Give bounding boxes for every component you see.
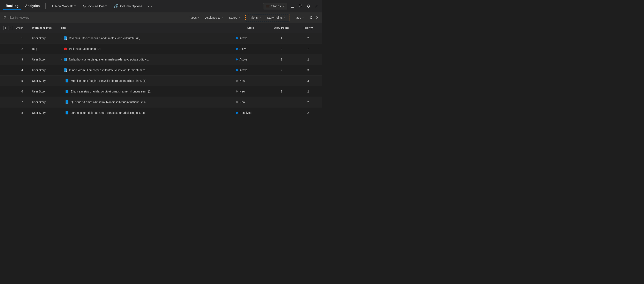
td-priority-2: 2 <box>296 58 320 61</box>
tab-backlog[interactable]: Backlog <box>3 2 21 10</box>
stories-dropdown-button[interactable]: Stories ∨ <box>263 3 288 9</box>
td-type-4: User Story <box>30 79 59 82</box>
table-row[interactable]: 3 User Story › 📘 Nulla rhoncus turpis qu… <box>0 54 322 65</box>
tab-analytics[interactable]: Analytics <box>22 2 42 10</box>
state-label-0: Active <box>240 36 247 40</box>
td-story-points-2: 3 <box>267 58 296 61</box>
filter-placeholder: Filter by keyword <box>8 16 30 19</box>
state-dot-1 <box>236 48 238 50</box>
user-story-icon: 📘 <box>63 57 68 61</box>
td-priority-5: 2 <box>296 90 320 93</box>
state-label-3: Active <box>240 68 247 72</box>
filter-settings-icon[interactable]: ⚙ <box>309 15 312 20</box>
td-type-2: User Story <box>30 58 59 61</box>
filter-bar: ⛉ Filter by keyword Types ∨ Assigned to … <box>0 12 322 23</box>
story-points-filter[interactable]: Story Points ∨ <box>265 15 288 20</box>
view-settings-icon[interactable]: ⚌ <box>290 3 295 9</box>
column-options-button[interactable]: 🔗 Column Options <box>112 3 145 10</box>
state-label-1: Active <box>240 47 247 50</box>
state-label-4: New <box>240 79 245 82</box>
priority-filter[interactable]: Priority ∨ <box>247 15 263 20</box>
states-label: States <box>229 16 237 19</box>
row-chevron[interactable]: › <box>61 37 62 40</box>
row-chevron[interactable]: › <box>61 58 62 61</box>
top-nav: Backlog Analytics + New Work Item ⊙ View… <box>0 0 322 12</box>
td-state-0: Active <box>234 36 267 40</box>
td-state-3: Active <box>234 68 267 72</box>
td-title-4[interactable]: 📘 Morbi in nunc feugiat, convallis liber… <box>59 79 234 83</box>
user-story-icon: 📘 <box>65 111 69 115</box>
table-row[interactable]: 8 User Story 📘 Lorem ipsum dolor sit ame… <box>0 108 322 118</box>
story-points-label: Story Points <box>267 16 282 19</box>
td-title-1[interactable]: › 🐞 Pellentesque lobortis (D) <box>59 47 234 51</box>
expand-icon[interactable]: ⤢ <box>314 3 319 9</box>
board-icon: ⊙ <box>83 4 86 8</box>
types-chevron: ∨ <box>198 16 200 19</box>
backlog-table: + − Order Work Item Type Title State Sto… <box>0 23 322 142</box>
filter-close-icon[interactable]: ✕ <box>316 15 319 20</box>
th-expand: + − <box>2 26 14 30</box>
td-title-6[interactable]: 📘 Quisque sit amet nibh id mi blandit so… <box>59 100 234 104</box>
title-text-5: Etiam a metus gravida, volutpat urna sit… <box>71 90 152 93</box>
td-title-3[interactable]: › 📘 In nec lorem ullamcorper, vulputate … <box>59 68 234 72</box>
settings-icon[interactable]: ⚙ <box>306 3 311 9</box>
list-view-icon <box>266 5 270 7</box>
title-text-2: Nulla rhoncus turpis quis enim malesuada… <box>69 58 149 61</box>
table-row[interactable]: 1 User Story › 📘 Vivamus ultricies lacus… <box>0 33 322 43</box>
row-chevron[interactable]: › <box>61 47 62 50</box>
view-as-board-label: View as Board <box>88 4 107 8</box>
td-title-2[interactable]: › 📘 Nulla rhoncus turpis quis enim males… <box>59 57 234 61</box>
user-story-icon: 📘 <box>65 79 69 83</box>
table-row[interactable]: 6 User Story 📘 Etiam a metus gravida, vo… <box>0 86 322 97</box>
filter-icon[interactable]: ⛉ <box>298 3 304 9</box>
td-priority-7: 2 <box>296 111 320 114</box>
view-as-board-button[interactable]: ⊙ View as Board <box>80 3 110 10</box>
row-chevron[interactable]: › <box>61 69 62 72</box>
state-dot-0 <box>236 37 238 39</box>
state-dot-7 <box>236 112 238 114</box>
user-story-icon: 📘 <box>65 89 69 93</box>
more-options-button[interactable]: ⋯ <box>146 3 154 9</box>
tags-filter[interactable]: Tags ∨ <box>293 15 306 20</box>
types-filter[interactable]: Types ∨ <box>187 15 202 20</box>
filter-search[interactable]: ⛉ Filter by keyword <box>3 16 184 19</box>
table-row[interactable]: 4 User Story › 📘 In nec lorem ullamcorpe… <box>0 65 322 75</box>
states-chevron: ∨ <box>238 16 240 19</box>
collapse-all-icon[interactable]: − <box>8 26 12 30</box>
td-title-5[interactable]: 📘 Etiam a metus gravida, volutpat urna s… <box>59 89 234 93</box>
expand-collapse-icons: + − <box>3 26 12 30</box>
td-order-num-0: 1 <box>14 36 30 40</box>
story-points-chevron: ∨ <box>284 16 285 19</box>
states-filter[interactable]: States ∨ <box>227 15 242 20</box>
table-row[interactable]: 2 Bug › 🐞 Pellentesque lobortis (D) Acti… <box>0 43 322 54</box>
table-row[interactable]: 7 User Story 📘 Quisque sit amet nibh id … <box>0 97 322 108</box>
plus-icon: + <box>51 4 54 8</box>
expand-all-icon[interactable]: + <box>3 26 8 30</box>
td-order-num-3: 4 <box>14 68 30 72</box>
th-work-item-type: Work Item Type <box>30 26 59 29</box>
user-story-icon: 📘 <box>63 68 68 72</box>
new-work-item-button[interactable]: + New Work Item <box>49 3 79 9</box>
td-title-0[interactable]: › 📘 Vivamus ultricies lacus blandit male… <box>59 36 234 40</box>
state-dot-5 <box>236 90 238 93</box>
td-state-4: New <box>234 79 267 82</box>
table-row[interactable]: 5 User Story 📘 Morbi in nunc feugiat, co… <box>0 75 322 86</box>
th-story-points: Story Points <box>267 26 296 29</box>
td-state-1: Active <box>234 47 267 50</box>
td-story-points-3: 2 <box>267 68 296 72</box>
title-text-1: Pellentesque lobortis (D) <box>69 47 100 50</box>
user-story-icon: 📘 <box>65 100 69 104</box>
state-label-2: Active <box>240 58 247 61</box>
td-type-6: User Story <box>30 101 59 104</box>
highlighted-filter-group: Priority ∨ Story Points ∨ <box>245 14 290 21</box>
assigned-to-filter[interactable]: Assigned to ∨ <box>203 15 225 20</box>
stories-label: Stories <box>271 4 281 8</box>
td-state-7: Resolved <box>234 111 267 114</box>
td-state-2: Active <box>234 58 267 61</box>
td-order-num-2: 3 <box>14 58 30 61</box>
td-title-7[interactable]: 📘 Lorem ipsum dolor sit amet, consectetu… <box>59 111 234 115</box>
types-label: Types <box>189 16 196 19</box>
td-story-points-5: 3 <box>267 90 296 93</box>
stories-chevron: ∨ <box>282 4 285 8</box>
state-dot-2 <box>236 58 238 60</box>
